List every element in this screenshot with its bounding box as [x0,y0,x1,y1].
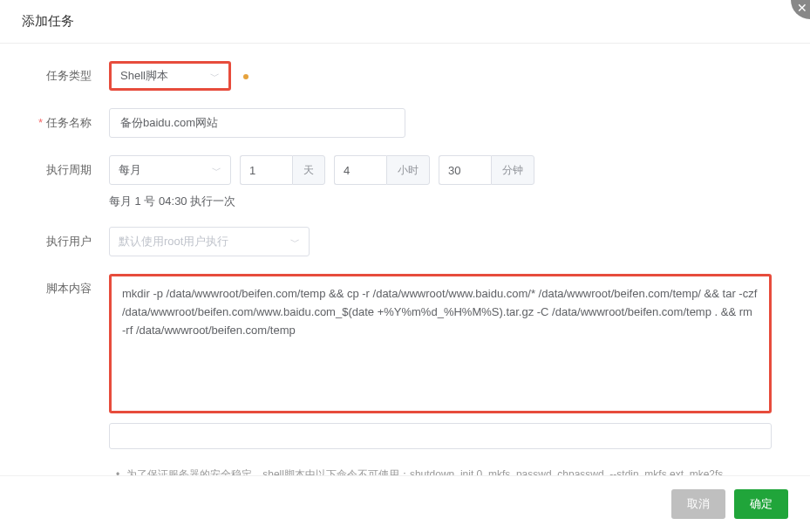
user-placeholder: 默认使用root用户执行 [119,234,228,249]
row-script: 脚本内容 [22,274,788,449]
task-name-input[interactable] [109,108,405,138]
script-extra-box [109,423,772,449]
row-task-name: *任务名称 [22,108,788,138]
label-user: 执行用户 [22,227,109,249]
modal-body: 任务类型 Shell脚本 ﹀ *任务名称 执行周期 每月 [0,44,810,475]
period-freq-value: 每月 [119,162,141,178]
period-minute-unit: 分钟 [491,155,534,185]
chevron-down-icon: ﹀ [212,164,221,177]
modal-title: 添加任务 [22,13,788,30]
cancel-button[interactable]: 取消 [671,489,725,519]
period-minute-input[interactable] [439,155,491,185]
script-textarea[interactable] [109,274,772,413]
bullet-icon: • [116,467,119,475]
row-tips: 温馨提示 • 为了保证服务器的安全稳定，shell脚本中以下命令不可使用：shu… [22,467,788,475]
chevron-down-icon: ﹀ [290,235,300,249]
period-hint: 每月 1 号 04:30 执行一次 [109,194,788,209]
label-period: 执行周期 [22,155,109,178]
tips-text: 为了保证服务器的安全稳定，shell脚本中以下命令不可使用：shutdown, … [126,467,723,475]
label-tips: 温馨提示 [22,467,109,475]
tips-content: • 为了保证服务器的安全稳定，shell脚本中以下命令不可使用：shutdown… [109,467,788,475]
label-script: 脚本内容 [22,274,109,297]
warning-dot-icon [243,74,248,79]
task-type-select[interactable]: Shell脚本 ﹀ [109,61,231,91]
chevron-down-icon: ﹀ [210,70,220,83]
modal-footer: 取消 确定 [0,475,810,532]
add-task-modal: ✕ 添加任务 任务类型 Shell脚本 ﹀ *任务名称 执行周期 [0,0,810,532]
period-hour-input[interactable] [334,155,386,185]
label-task-name: *任务名称 [22,108,109,131]
period-freq-select[interactable]: 每月 ﹀ [109,155,231,185]
row-user: 执行用户 默认使用root用户执行 ﹀ [22,227,788,256]
label-task-type: 任务类型 [22,61,109,84]
modal-header: 添加任务 [0,0,810,44]
user-select[interactable]: 默认使用root用户执行 ﹀ [109,227,310,256]
period-day-unit: 天 [292,155,325,185]
period-day-input[interactable] [240,155,292,185]
task-type-value: Shell脚本 [120,68,168,84]
row-task-type: 任务类型 Shell脚本 ﹀ [22,61,788,91]
confirm-button[interactable]: 确定 [734,489,788,519]
period-hour-unit: 小时 [386,155,430,185]
row-period: 执行周期 每月 ﹀ 天 小时 [22,155,788,209]
